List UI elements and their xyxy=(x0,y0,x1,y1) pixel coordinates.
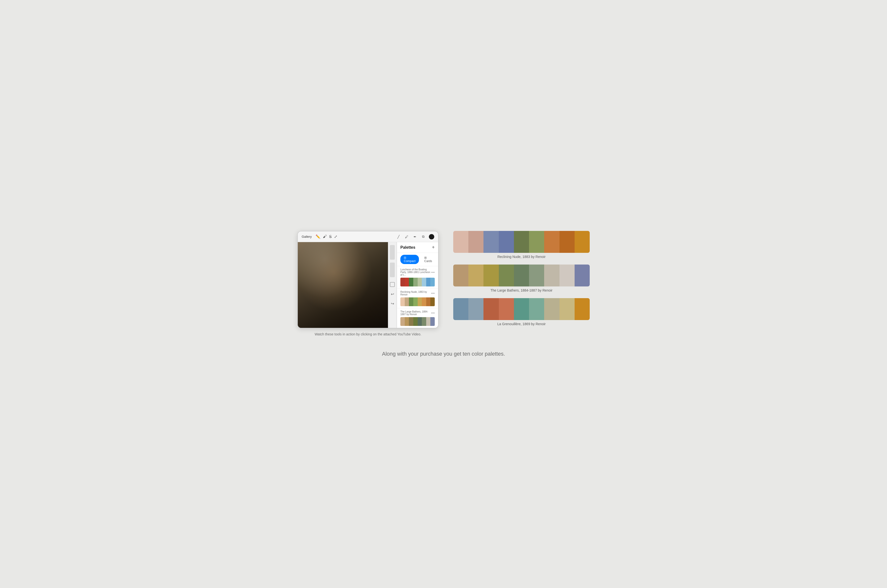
toolbar-right: ╱ 🖊 ✒ ⧉ xyxy=(396,234,434,240)
color-swatch[interactable] xyxy=(409,317,413,326)
color-swatch[interactable] xyxy=(405,317,409,326)
color-swatch[interactable] xyxy=(426,297,431,306)
palette-card-swatch[interactable] xyxy=(514,264,529,286)
palette-card-swatch[interactable] xyxy=(453,231,468,253)
color-swatch[interactable] xyxy=(413,297,418,306)
color-swatch[interactable] xyxy=(405,297,409,306)
palette-card-swatch[interactable] xyxy=(453,264,468,286)
page-wrapper: Gallery ✏️ 🖌 S̶ ⤢ ╱ 🖊 ✒ ⧉ xyxy=(297,231,590,357)
color-picker[interactable] xyxy=(429,234,434,240)
modify-tool[interactable] xyxy=(390,282,395,287)
palette-card-swatch[interactable] xyxy=(575,298,590,320)
color-swatch[interactable] xyxy=(413,278,418,286)
palette-card-swatch[interactable] xyxy=(499,298,514,320)
palette-list-item[interactable]: Luncheon of the Boating Party, 1880-1881… xyxy=(397,266,438,289)
palette-card-swatch[interactable] xyxy=(453,298,468,320)
palette-card-label: La Grenouillère, 1869 by Renoir xyxy=(453,322,590,326)
painting-area xyxy=(298,242,388,328)
ipad-mockup: Gallery ✏️ 🖌 S̶ ⤢ ╱ 🖊 ✒ ⧉ xyxy=(297,231,439,328)
color-swatch[interactable] xyxy=(430,297,435,306)
palette-item-name: The Large Bathers, 1884-1887 by Renoir xyxy=(400,310,431,316)
layer-icon[interactable]: ⧉ xyxy=(420,234,426,240)
palette-card-swatch[interactable] xyxy=(483,231,498,253)
color-swatch[interactable] xyxy=(422,317,426,326)
palette-card-swatch[interactable] xyxy=(560,264,575,286)
palette-color-row xyxy=(400,297,435,306)
color-swatch[interactable] xyxy=(422,297,426,306)
palette-card-swatch[interactable] xyxy=(529,298,544,320)
palette-card-swatch[interactable] xyxy=(575,231,590,253)
add-palette-button[interactable]: + xyxy=(432,244,435,250)
marker-tool-icon[interactable]: 🖊 xyxy=(404,234,410,240)
palette-card-swatch[interactable] xyxy=(499,231,514,253)
left-section: Gallery ✏️ 🖌 S̶ ⤢ ╱ 🖊 ✒ ⧉ xyxy=(297,231,439,336)
palette-list-item[interactable]: Reclining Nude, 1883 by Renoir••• xyxy=(397,289,438,308)
redo-button[interactable]: ↪ xyxy=(391,301,394,306)
palette-card-swatch[interactable] xyxy=(468,231,483,253)
painting-overlay xyxy=(298,242,388,328)
main-content: Gallery ✏️ 🖌 S̶ ⤢ ╱ 🖊 ✒ ⧉ xyxy=(297,231,590,336)
palette-card-colors xyxy=(453,231,590,253)
palette-card-swatch[interactable] xyxy=(544,298,559,320)
palette-card-swatch[interactable] xyxy=(514,298,529,320)
color-swatch[interactable] xyxy=(409,278,413,286)
palette-item-menu[interactable]: ••• xyxy=(431,270,435,274)
palettes-title: Palettes xyxy=(400,245,415,250)
palette-card-swatch[interactable] xyxy=(468,264,483,286)
palette-card-swatch[interactable] xyxy=(483,264,498,286)
color-swatch[interactable] xyxy=(430,278,435,286)
color-swatch[interactable] xyxy=(409,297,413,306)
palette-card-swatch[interactable] xyxy=(499,264,514,286)
pen-tool-icon[interactable]: ╱ xyxy=(396,234,401,240)
compact-tab-label: Compact xyxy=(404,260,416,263)
palettes-header: Palettes + xyxy=(397,242,438,253)
smudge-icon[interactable]: S̶ xyxy=(329,234,332,239)
color-swatch[interactable] xyxy=(400,278,405,286)
color-swatch[interactable] xyxy=(430,317,435,326)
compact-tab-icon: ⊟ xyxy=(404,256,406,260)
palette-card-swatch[interactable] xyxy=(468,298,483,320)
undo-button[interactable]: ↩ xyxy=(391,292,394,296)
color-swatch[interactable] xyxy=(400,317,405,326)
color-swatch[interactable] xyxy=(400,297,405,306)
color-swatch[interactable] xyxy=(418,297,422,306)
opacity-control[interactable] xyxy=(390,262,395,277)
palette-card-swatch[interactable] xyxy=(575,264,590,286)
palette-item-menu[interactable]: ••• xyxy=(431,311,435,315)
palette-card-swatch[interactable] xyxy=(483,298,498,320)
palette-card-swatch[interactable] xyxy=(529,264,544,286)
color-swatch[interactable] xyxy=(418,278,422,286)
palette-card-swatch[interactable] xyxy=(514,231,529,253)
palette-card: The Large Bathers, 1884-1887 by Renoir xyxy=(453,264,590,292)
pencil-icon[interactable]: ✏️ xyxy=(315,234,320,239)
color-swatch[interactable] xyxy=(405,278,409,286)
eraser-tool-icon[interactable]: ✒ xyxy=(412,234,418,240)
brush-size-control[interactable] xyxy=(390,245,395,260)
palette-card-swatch[interactable] xyxy=(529,231,544,253)
palette-card-swatch[interactable] xyxy=(560,298,575,320)
palette-list: Luncheon of the Boating Party, 1880-1881… xyxy=(397,266,438,328)
color-swatch[interactable] xyxy=(418,317,422,326)
palette-card-swatch[interactable] xyxy=(560,231,575,253)
palette-card-swatch[interactable] xyxy=(544,231,559,253)
compact-tab[interactable]: ⊟ Compact xyxy=(400,255,419,264)
painting-background xyxy=(298,242,388,328)
palette-list-item[interactable]: The Large Bathers, 1884-1887 by Renoir••… xyxy=(397,308,438,328)
toolbar-left: Gallery ✏️ 🖌 S̶ ⤢ xyxy=(302,234,337,239)
right-section: Reclining Nude, 1883 by RenoirThe Large … xyxy=(453,231,590,326)
palettes-panel: Palettes + ⊟ Compact ⊞ Cards Luncheon o xyxy=(397,242,438,328)
toolbar-icons: ✏️ 🖌 S̶ ⤢ xyxy=(315,234,337,239)
selection-icon[interactable]: ⤢ xyxy=(334,234,337,239)
bottom-cta-text: Along with your purchase you get ten col… xyxy=(382,351,505,357)
palette-card-colors xyxy=(453,298,590,320)
palette-card-swatch[interactable] xyxy=(544,264,559,286)
brush-icon[interactable]: 🖌 xyxy=(323,234,327,239)
color-swatch[interactable] xyxy=(413,317,418,326)
cards-tab[interactable]: ⊞ Cards xyxy=(421,255,435,264)
color-swatch[interactable] xyxy=(426,317,431,326)
side-tools-panel: ↩ ↪ xyxy=(388,242,397,328)
color-swatch[interactable] xyxy=(426,278,431,286)
color-swatch[interactable] xyxy=(422,278,426,286)
palette-item-menu[interactable]: ••• xyxy=(431,291,435,295)
gallery-button[interactable]: Gallery xyxy=(302,235,312,238)
